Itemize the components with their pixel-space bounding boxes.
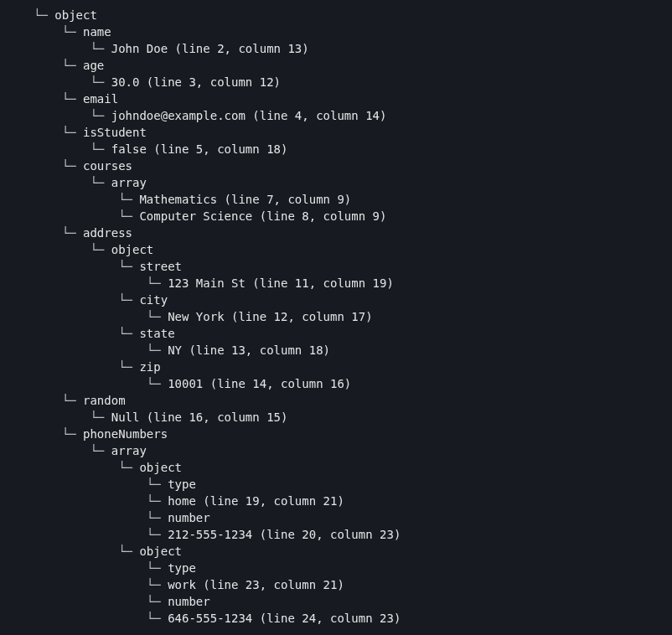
tree-branch-icon: └─ — [34, 444, 111, 457]
tree-node-label: email — [83, 92, 118, 106]
tree-node-label: phoneNumbers — [83, 427, 168, 441]
tree-line: └─ 646-555-1234 (line 24, column 23) — [34, 610, 672, 627]
tree-branch-icon: └─ — [34, 360, 139, 374]
tree-node-label: 212-555-1234 (line 20, column 23) — [168, 528, 401, 541]
tree-branch-icon: └─ — [34, 595, 168, 608]
tree-branch-icon: └─ — [34, 126, 83, 139]
tree-line: └─ NY (line 13, column 18) — [34, 342, 672, 359]
tree-node-label: home (line 19, column 21) — [168, 494, 344, 508]
tree-branch-icon: └─ — [34, 276, 168, 290]
tree-branch-icon: └─ — [34, 209, 139, 223]
tree-branch-icon: └─ — [34, 159, 83, 173]
tree-branch-icon: └─ — [34, 176, 111, 189]
tree-branch-icon: └─ — [34, 25, 83, 39]
tree-node-label: 123 Main St (line 11, column 19) — [168, 276, 394, 290]
tree-node-label: array — [111, 444, 147, 457]
tree-line: └─ type — [34, 476, 672, 493]
tree-node-label: 646-555-1234 (line 24, column 23) — [168, 612, 401, 625]
tree-node-label: random — [83, 394, 126, 407]
tree-node-label: object — [111, 243, 154, 256]
tree-branch-icon: └─ — [34, 578, 168, 591]
tree-line: └─ John Doe (line 2, column 13) — [34, 40, 672, 57]
tree-branch-icon: └─ — [34, 226, 83, 240]
tree-node-label: zip — [139, 360, 160, 374]
tree-node-label: John Doe (line 2, column 13) — [111, 42, 309, 55]
tree-branch-icon: └─ — [34, 293, 139, 307]
tree-node-label: isStudent — [83, 126, 147, 139]
tree-branch-icon: └─ — [34, 42, 111, 55]
tree-node-label: state — [139, 327, 174, 340]
tree-line: └─ Computer Science (line 8, column 9) — [34, 208, 672, 225]
tree-line: └─ object — [34, 459, 672, 476]
tree-branch-icon: └─ — [34, 327, 139, 340]
tree-line: └─ number — [34, 509, 672, 526]
tree-branch-icon: └─ — [34, 511, 168, 524]
tree-line: └─ courses — [34, 157, 672, 174]
tree-line: └─ city — [34, 292, 672, 308]
tree-node-label: johndoe@example.com (line 4, column 14) — [111, 109, 387, 122]
tree-node-label: city — [139, 293, 168, 307]
tree-branch-icon: └─ — [34, 394, 83, 407]
tree-line: └─ object — [34, 241, 672, 258]
tree-node-label: NY (line 13, column 18) — [168, 343, 330, 357]
tree-node-label: name — [83, 25, 111, 39]
tree-branch-icon: └─ — [34, 343, 168, 357]
tree-branch-icon: └─ — [34, 494, 168, 508]
tree-branch-icon: └─ — [34, 109, 111, 122]
tree-line: └─ zip — [34, 359, 672, 375]
tree-line: └─ phoneNumbers — [34, 426, 672, 442]
tree-branch-icon: └─ — [34, 8, 54, 22]
tree-branch-icon: └─ — [34, 545, 139, 558]
tree-node-label: type — [168, 561, 196, 575]
tree-node-label: object — [54, 8, 97, 22]
tree-line: └─ 123 Main St (line 11, column 19) — [34, 275, 672, 292]
tree-branch-icon: └─ — [34, 260, 139, 273]
tree-branch-icon: └─ — [34, 310, 168, 323]
tree-line: └─ array — [34, 442, 672, 459]
tree-branch-icon: └─ — [34, 478, 168, 491]
tree-line: └─ email — [34, 90, 672, 107]
tree-node-label: Mathematics (line 7, column 9) — [139, 193, 351, 206]
tree-line: └─ object — [34, 543, 672, 560]
tree-branch-icon: └─ — [34, 142, 111, 156]
tree-node-label: object — [139, 461, 182, 474]
tree-line: └─ 30.0 (line 3, column 12) — [34, 74, 672, 90]
tree-line: └─ isStudent — [34, 124, 672, 141]
tree-line: └─ random — [34, 392, 672, 409]
tree-branch-icon: └─ — [34, 528, 168, 541]
tree-line: └─ age — [34, 57, 672, 74]
tree-line: └─ 10001 (line 14, column 16) — [34, 375, 672, 392]
json-tree-view: └─ object └─ name └─ John Doe (line 2, c… — [0, 0, 672, 633]
tree-branch-icon: └─ — [34, 92, 83, 106]
tree-node-label: Computer Science (line 8, column 9) — [139, 209, 386, 223]
tree-line: └─ 212-555-1234 (line 20, column 23) — [34, 526, 672, 543]
tree-node-label: street — [139, 260, 182, 273]
tree-branch-icon: └─ — [34, 193, 139, 206]
tree-node-label: Null (line 16, column 15) — [111, 410, 288, 424]
tree-node-label: number — [168, 511, 210, 524]
tree-line: └─ false (line 5, column 18) — [34, 141, 672, 157]
tree-node-label: address — [83, 226, 132, 240]
tree-branch-icon: └─ — [34, 612, 168, 625]
tree-branch-icon: └─ — [34, 410, 111, 424]
tree-node-label: work (line 23, column 21) — [168, 578, 344, 591]
tree-node-label: array — [111, 176, 147, 189]
tree-line: └─ New York (line 12, column 17) — [34, 308, 672, 325]
tree-branch-icon: └─ — [34, 243, 111, 256]
tree-node-label: object — [139, 545, 182, 558]
tree-node-label: 10001 (line 14, column 16) — [168, 377, 351, 390]
tree-branch-icon: └─ — [34, 75, 111, 89]
tree-line: └─ number — [34, 593, 672, 610]
tree-node-label: courses — [83, 159, 132, 173]
tree-line: └─ object — [34, 7, 672, 23]
tree-line: └─ street — [34, 258, 672, 275]
tree-node-label: type — [168, 478, 196, 491]
tree-branch-icon: └─ — [34, 561, 168, 575]
tree-node-label: 30.0 (line 3, column 12) — [111, 75, 281, 89]
tree-branch-icon: └─ — [34, 427, 83, 441]
tree-line: └─ johndoe@example.com (line 4, column 1… — [34, 107, 672, 124]
tree-line: └─ work (line 23, column 21) — [34, 576, 672, 593]
tree-branch-icon: └─ — [34, 377, 168, 390]
tree-node-label: false (line 5, column 18) — [111, 142, 288, 156]
tree-node-label: number — [168, 595, 210, 608]
